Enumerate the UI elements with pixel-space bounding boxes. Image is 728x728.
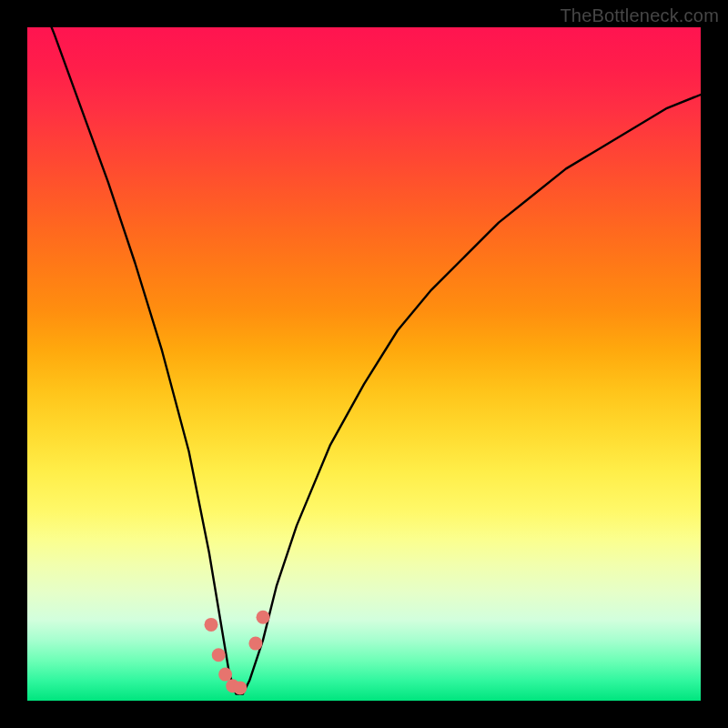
curve-marker <box>257 611 270 624</box>
curve-marker <box>233 681 247 694</box>
curve-marker <box>205 618 218 632</box>
watermark-text: TheBottleneck.com <box>560 5 719 26</box>
bottleneck-curve <box>27 27 701 701</box>
chart-frame: TheBottleneck.com <box>0 0 728 728</box>
curve-marker <box>218 668 232 682</box>
curve-marker <box>248 637 262 651</box>
plot-area <box>27 27 701 701</box>
curve-path <box>27 27 701 694</box>
curve-marker <box>212 648 226 662</box>
